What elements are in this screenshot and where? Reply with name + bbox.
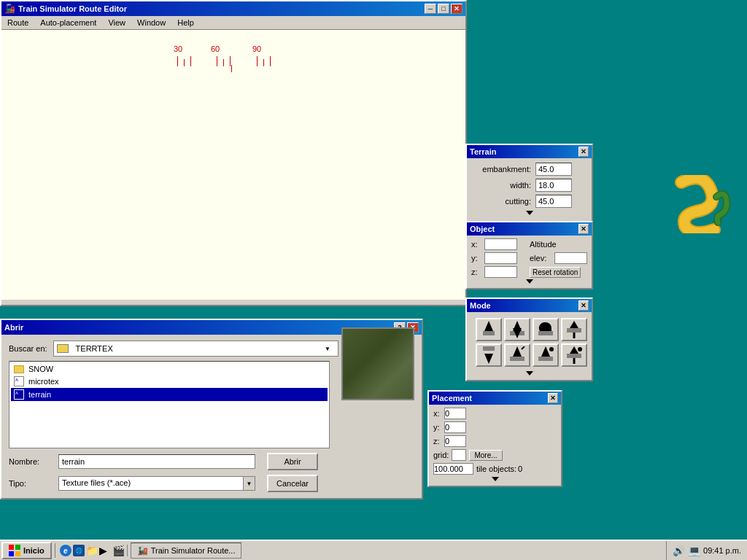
mode-close-btn[interactable]: ✕ bbox=[578, 300, 589, 311]
object-grid: x: Altitude y: elev: z: Reset rotation bbox=[471, 238, 587, 278]
object-y-input[interactable] bbox=[484, 252, 517, 264]
folder-taskbar-icon[interactable]: 📁 bbox=[86, 545, 98, 556]
abrir-nombre-input[interactable] bbox=[58, 454, 255, 469]
browser-icon[interactable]: 🌐 bbox=[73, 545, 85, 556]
menu-bar: Route Auto-placement View Window Help bbox=[1, 16, 465, 30]
svg-marker-18 bbox=[570, 346, 578, 354]
terrain-triangle bbox=[526, 211, 533, 215]
menu-autoplacement[interactable]: Auto-placement bbox=[37, 18, 99, 28]
media-taskbar-icon[interactable]: ▶ bbox=[99, 545, 111, 556]
object-x-input[interactable] bbox=[484, 238, 517, 250]
abrir-nombre-row: Nombre: Abrir bbox=[9, 453, 414, 470]
svg-rect-5 bbox=[538, 331, 553, 335]
placement-tile-row: tile objects: 0 bbox=[433, 463, 557, 475]
tipo-dropdown-arrow[interactable]: ▼ bbox=[243, 477, 255, 490]
terrain-label: terrain bbox=[28, 390, 51, 399]
menu-help[interactable]: Help bbox=[174, 18, 197, 28]
terrain-embankment-label: embankment: bbox=[473, 165, 531, 174]
terrain-panel: Terrain ✕ embankment: width: cutting: bbox=[465, 144, 593, 222]
mode-panel-title: Mode ✕ bbox=[467, 299, 592, 312]
placement-y-row: y: bbox=[433, 421, 557, 433]
microtex-label: microtex bbox=[28, 377, 59, 386]
abrir-dialog-body: Buscar en: TERRTEX ▼ ← ↑ 📁 ☰ SNOW A bbox=[1, 335, 422, 498]
minimize-button[interactable]: ─ bbox=[425, 4, 436, 14]
file-item-microtex[interactable]: A microtex bbox=[11, 375, 328, 388]
svg-marker-12 bbox=[513, 346, 522, 357]
object-panel-content: x: Altitude y: elev: z: Reset rotation bbox=[467, 236, 592, 288]
terrain-title-text: Terrain bbox=[470, 147, 496, 156]
canvas-area[interactable]: 30 60 90 bbox=[1, 30, 465, 300]
placement-y-label: y: bbox=[433, 423, 444, 432]
object-reset-btn[interactable]: Reset rotation bbox=[530, 267, 581, 278]
terrain-close-btn[interactable]: ✕ bbox=[578, 147, 589, 157]
file-item-terrain[interactable]: A terrain bbox=[11, 388, 328, 401]
placement-panel: Placement ✕ x: y: z: grid: More... tile … bbox=[427, 390, 562, 487]
microtex-file-icon: A bbox=[14, 376, 24, 386]
main-window-buttons: ─ □ ✕ bbox=[425, 4, 462, 14]
main-title-icon: 🚂 bbox=[4, 4, 15, 14]
mode-btn-6[interactable] bbox=[504, 343, 530, 367]
video-taskbar-icon[interactable]: 🎬 bbox=[112, 545, 124, 556]
taskbar-item-0-icon: 🚂 bbox=[137, 545, 148, 556]
mode-btn-8[interactable] bbox=[561, 343, 587, 367]
menu-route[interactable]: Route bbox=[4, 18, 31, 28]
terrain-width-input[interactable] bbox=[535, 179, 572, 192]
object-close-btn[interactable]: ✕ bbox=[578, 224, 589, 234]
close-button[interactable]: ✕ bbox=[451, 4, 462, 14]
ruler-label-90: 90 bbox=[252, 44, 261, 53]
placement-panel-title: Placement ✕ bbox=[429, 392, 561, 405]
mode-btn-4[interactable] bbox=[561, 318, 587, 341]
abrir-tipo-label: Tipo: bbox=[9, 479, 53, 488]
placement-close-btn[interactable]: ✕ bbox=[548, 393, 558, 403]
placement-more-btn[interactable]: More... bbox=[469, 450, 502, 461]
terrain-cutting-row: cutting: bbox=[473, 195, 586, 208]
placement-tile-label: tile objects: bbox=[476, 464, 516, 473]
placement-grid-label: grid: bbox=[433, 451, 449, 459]
svg-rect-14 bbox=[538, 357, 553, 361]
abrir-open-btn[interactable]: Abrir bbox=[267, 453, 318, 470]
svg-line-13 bbox=[522, 346, 525, 349]
object-elev-input[interactable] bbox=[554, 252, 587, 264]
object-altitude-label: Altitude bbox=[530, 240, 557, 249]
abrir-folder-combo[interactable]: TERRTEX ▼ bbox=[53, 341, 338, 357]
abrir-file-list[interactable]: SNOW A microtex A terrain bbox=[9, 361, 330, 448]
menu-window[interactable]: Window bbox=[134, 18, 169, 28]
mode-btn-5[interactable] bbox=[476, 343, 502, 367]
placement-y-input[interactable] bbox=[444, 421, 466, 433]
mode-panel: Mode ✕ bbox=[465, 298, 593, 381]
file-item-snow[interactable]: SNOW bbox=[11, 363, 328, 375]
placement-grid-input[interactable] bbox=[452, 449, 466, 461]
logo-decoration bbox=[667, 175, 732, 233]
terrain-panel-content: embankment: width: cutting: bbox=[467, 158, 592, 221]
svg-rect-17 bbox=[567, 354, 581, 358]
mode-btn-3[interactable] bbox=[533, 318, 559, 341]
mode-btn-7[interactable] bbox=[533, 343, 559, 367]
mode-btn-2[interactable] bbox=[504, 318, 530, 341]
taskbar-item-0[interactable]: 🚂 Train Simulator Route... bbox=[131, 542, 242, 559]
terrain-cutting-input[interactable] bbox=[535, 195, 572, 208]
svg-marker-7 bbox=[570, 321, 578, 328]
abrir-content-area: SNOW A microtex A terrain bbox=[9, 361, 414, 448]
menu-view[interactable]: View bbox=[105, 18, 128, 28]
placement-z-row: z: bbox=[433, 435, 557, 447]
logo-svg bbox=[667, 175, 732, 233]
svg-rect-21 bbox=[9, 545, 14, 550]
object-triangle bbox=[526, 279, 533, 284]
placement-grid-val-input[interactable] bbox=[433, 463, 473, 475]
svg-marker-1 bbox=[484, 321, 493, 331]
start-label: Inicio bbox=[23, 546, 44, 555]
object-panel: Object ✕ x: Altitude y: elev: z: bbox=[465, 221, 593, 289]
placement-z-input[interactable] bbox=[444, 435, 466, 447]
maximize-button[interactable]: □ bbox=[438, 4, 449, 14]
terrain-embankment-input[interactable] bbox=[535, 163, 572, 176]
placement-x-input[interactable] bbox=[444, 408, 466, 419]
abrir-tipo-combo[interactable]: Texture files (*.ace) ▼ bbox=[58, 476, 255, 491]
object-z-input[interactable] bbox=[484, 266, 517, 278]
abrir-cancel-btn[interactable]: Cancelar bbox=[267, 475, 318, 492]
ie-icon[interactable]: e bbox=[60, 545, 71, 556]
placement-x-label: x: bbox=[433, 409, 444, 418]
start-button[interactable]: Inicio bbox=[1, 542, 52, 559]
svg-point-16 bbox=[549, 347, 554, 351]
terrain-file-icon: A bbox=[14, 389, 24, 400]
mode-btn-1[interactable] bbox=[476, 318, 502, 341]
